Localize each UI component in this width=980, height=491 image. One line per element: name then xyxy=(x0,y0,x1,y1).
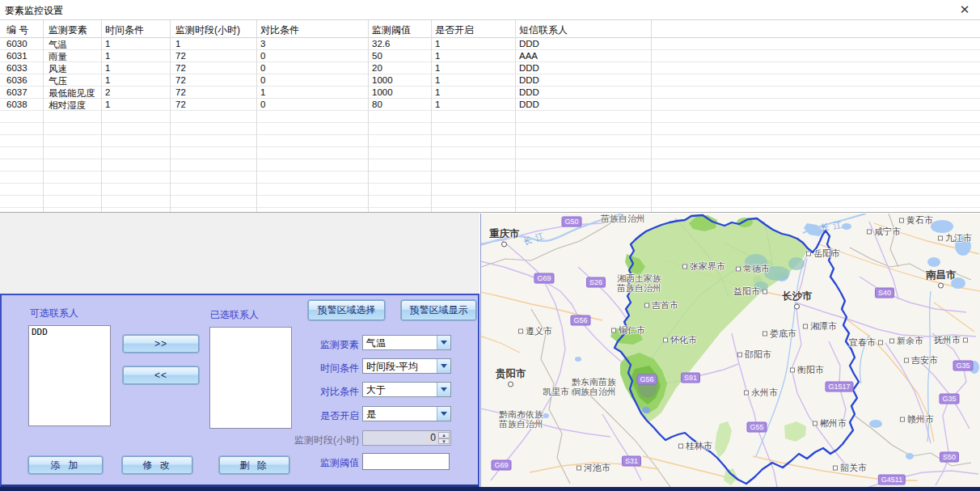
map-canvas xyxy=(481,214,980,487)
available-contacts-list[interactable]: DDD xyxy=(28,325,111,426)
table-cell: 1 xyxy=(435,39,440,49)
element-monitoring-window: 要素监控设置 ✕ 编 号监测要素时间条件监测时段(小时)对比条件监测阈值是否开启… xyxy=(0,0,980,491)
table-cell: DDD xyxy=(519,63,539,73)
table-cell: 6031 xyxy=(6,51,27,61)
table-cell: 0 xyxy=(260,99,265,109)
time-condition-select[interactable]: 时间段-平均 xyxy=(362,358,451,374)
table-cell: 0 xyxy=(260,63,265,73)
table-cell: 1 xyxy=(105,51,110,61)
column-header: 是否开启 xyxy=(435,23,474,37)
table-cell: 2 xyxy=(105,87,110,97)
table-cell: 50 xyxy=(372,51,382,61)
chevron-down-icon[interactable] xyxy=(437,407,450,421)
table-cell: 气压 xyxy=(49,75,67,87)
column-header: 监测阈值 xyxy=(372,23,411,37)
table-grid-line xyxy=(368,20,369,212)
table-header: 编 号监测要素时间条件监测时段(小时)对比条件监测阈值是否开启短信联系人 xyxy=(0,20,980,38)
table-row xyxy=(0,196,980,208)
map-view[interactable]: 重庆市遵义市贵阳市凯里市黔东南苗族侗族自治州黔南布依族苗族自治州河池市桂林市铜仁… xyxy=(480,214,980,487)
area-select-button[interactable]: 预警区域选择 xyxy=(308,300,385,320)
table-cell: 6038 xyxy=(6,99,27,109)
chevron-down-icon[interactable] xyxy=(437,336,450,349)
move-left-button[interactable]: << xyxy=(123,366,199,384)
period-spinner[interactable]: 0 ▲▼ xyxy=(362,430,451,446)
table-cell: 3 xyxy=(260,39,265,49)
table-cell: 1 xyxy=(260,87,265,97)
table-cell: 6037 xyxy=(6,87,27,97)
table-row[interactable]: 6036气压172010001DDD xyxy=(0,74,980,87)
table-row[interactable]: 6037最低能见度272110001DDD xyxy=(0,87,980,99)
window-bottom-edge xyxy=(0,487,980,491)
column-header: 对比条件 xyxy=(260,23,299,37)
delete-button[interactable]: 删 除 xyxy=(219,456,289,474)
time-condition-label: 时间条件 xyxy=(268,362,359,375)
column-header: 编 号 xyxy=(6,23,28,37)
table-cell: 72 xyxy=(175,63,186,73)
area-show-button[interactable]: 预警区域显示 xyxy=(401,300,476,320)
period-label: 监测时段(小时) xyxy=(244,434,359,447)
table-cell: 72 xyxy=(175,51,186,61)
column-header: 监测要素 xyxy=(49,23,87,37)
window-title: 要素监控设置 xyxy=(5,4,63,18)
table-cell: DDD xyxy=(519,99,539,109)
chevron-down-icon[interactable] xyxy=(437,383,450,396)
table-cell: 80 xyxy=(372,99,382,109)
enabled-label: 是否开启 xyxy=(268,409,359,423)
selected-contacts-label: 已选联系人 xyxy=(210,308,259,322)
spacer-area xyxy=(0,213,479,294)
table-body: 6030气温11332.61DDD6031雨量1720501AAA6033风速1… xyxy=(0,38,980,212)
table-grid-line xyxy=(170,20,171,212)
table-cell: 72 xyxy=(175,99,186,109)
element-label: 监测要素 xyxy=(268,338,359,352)
add-button[interactable]: 添 加 xyxy=(28,456,103,474)
spin-up-icon[interactable]: ▲ xyxy=(438,432,450,438)
table-cell: 6030 xyxy=(6,39,27,49)
enabled-select[interactable]: 是 xyxy=(362,406,451,421)
list-item[interactable]: DDD xyxy=(29,326,110,338)
title-bar: 要素监控设置 ✕ xyxy=(0,0,980,20)
table-cell: 20 xyxy=(372,63,382,73)
settings-panel: 可选联系人 DDD 已选联系人 >> << 预警区域选择 预警区域显示 监测要素… xyxy=(0,294,479,487)
move-right-button[interactable]: >> xyxy=(123,335,199,353)
table-row[interactable]: 6030气温11332.61DDD xyxy=(0,38,980,50)
table-row[interactable]: 6038相对湿度1720801DDD xyxy=(0,99,980,111)
chevron-down-icon[interactable] xyxy=(437,359,450,373)
spin-down-icon[interactable]: ▼ xyxy=(438,438,450,445)
table-cell: 6033 xyxy=(6,63,27,73)
table-cell: 1 xyxy=(175,39,180,49)
table-row xyxy=(0,123,980,135)
table-cell: 最低能见度 xyxy=(49,87,95,99)
table-cell: 1 xyxy=(435,99,440,109)
compare-condition-label: 对比条件 xyxy=(268,385,359,399)
table-grid-line xyxy=(651,20,652,212)
threshold-input[interactable] xyxy=(362,453,450,470)
table-grid-line xyxy=(256,20,257,212)
table-cell: 1000 xyxy=(372,75,393,85)
table-cell: 72 xyxy=(175,87,186,97)
table-row xyxy=(0,111,980,123)
small-lake-patch xyxy=(642,407,650,413)
table-row[interactable]: 6033风速1720201DDD xyxy=(0,62,980,74)
table-cell: 风速 xyxy=(49,63,67,75)
table-cell: 72 xyxy=(175,75,186,85)
modify-button[interactable]: 修 改 xyxy=(122,456,192,474)
compare-condition-value: 大于 xyxy=(366,383,386,397)
element-value: 气温 xyxy=(366,337,386,350)
element-select[interactable]: 气温 xyxy=(362,335,451,350)
table-cell: 1000 xyxy=(372,87,393,97)
table-row xyxy=(0,171,980,184)
enabled-value: 是 xyxy=(366,408,376,421)
table-cell: 1 xyxy=(435,51,440,61)
close-icon[interactable]: ✕ xyxy=(957,2,972,17)
table-cell: 1 xyxy=(435,63,440,73)
table-cell: DDD xyxy=(519,75,539,85)
table-cell: 0 xyxy=(260,51,265,61)
table-grid-line xyxy=(431,20,432,212)
period-value: 0 xyxy=(430,432,436,443)
table-row[interactable]: 6031雨量1720501AAA xyxy=(0,50,980,62)
compare-condition-select[interactable]: 大于 xyxy=(362,382,451,397)
overlap-patch xyxy=(638,375,657,398)
table-grid-line xyxy=(515,20,516,212)
column-header: 监测时段(小时) xyxy=(175,23,240,37)
time-condition-value: 时间段-平均 xyxy=(366,360,418,374)
